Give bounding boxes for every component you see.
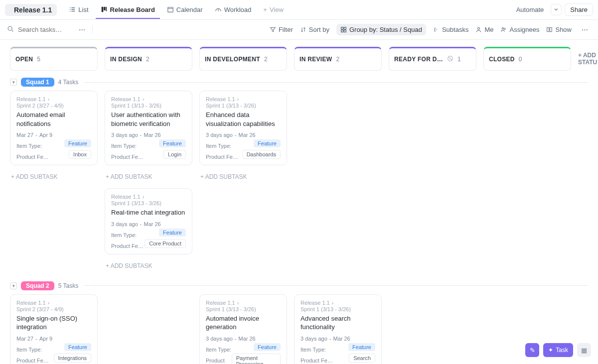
show-label: Show <box>555 26 572 33</box>
col-design[interactable]: IN DESIGN 2 <box>105 47 192 71</box>
crumb-sprint: Sprint 2 (3/27 - 4/9) <box>16 306 64 312</box>
col-dev[interactable]: IN DEVELOPMENT 2 <box>199 47 287 71</box>
product-feat-label: Product Fe… <box>111 154 144 160</box>
project-title-chip[interactable]: Release 1.1 <box>5 4 57 16</box>
add-status-button[interactable]: + ADD STATU <box>578 47 598 71</box>
item-type-label: Item Type: <box>111 232 137 238</box>
card-invoice-gen[interactable]: Release 1.1› Sprint 1 (3/13 - 3/26) Auto… <box>199 294 287 364</box>
tag-dashboards: Dashboards <box>242 150 281 159</box>
crumb-proj: Release 1.1 <box>111 96 141 102</box>
svg-point-21 <box>478 27 480 29</box>
svg-rect-12 <box>168 7 173 12</box>
svg-rect-11 <box>106 7 107 11</box>
crumb-sprint: Sprint 1 (3/13 - 3/26) <box>206 103 256 109</box>
tag-payment: Payment Processing <box>232 354 281 364</box>
col-review[interactable]: IN REVIEW 2 <box>294 47 382 71</box>
item-type-label: Item Type: <box>16 347 42 353</box>
search-kebab-icon[interactable]: ⋯ <box>79 26 85 33</box>
add-subtask-button[interactable]: ADD SUBTASK <box>105 171 192 182</box>
me-button[interactable]: Me <box>475 26 493 33</box>
tab-board[interactable]: Release Board <box>96 1 160 19</box>
columns-header: OPEN 5 IN DESIGN 2 IN DEVELOPMENT 2 IN R… <box>0 40 598 75</box>
lane-squad1-header: ▾ Squad 1 4 Tasks <box>0 75 598 91</box>
note-button[interactable]: ✎ <box>525 343 539 357</box>
add-subtask-button[interactable]: ADD SUBTASK <box>105 260 192 271</box>
show-button[interactable]: Show <box>546 26 572 33</box>
share-button[interactable]: Share <box>565 3 593 16</box>
filterbar: ⋯ Filter Sort by Group by: Status / Squa… <box>0 20 598 40</box>
svg-point-22 <box>502 27 504 29</box>
group-by-label: Group by: Status / Squad <box>349 26 422 33</box>
svg-rect-18 <box>344 27 346 29</box>
col-design-count: 2 <box>146 56 150 63</box>
card-dates: 3 days ago- Mar 26 <box>206 336 281 342</box>
automate-button[interactable]: Automate <box>510 4 548 15</box>
card-search[interactable]: Release 1.1› Sprint 1 (3/13 - 3/26) Adva… <box>294 294 382 364</box>
tag-login: Login <box>163 150 186 159</box>
col-open[interactable]: OPEN 5 <box>10 47 98 71</box>
sort-label: Sort by <box>309 26 329 33</box>
crumb-proj: Release 1.1 <box>206 300 235 306</box>
apps-button[interactable]: ▦ <box>577 343 591 357</box>
col-dev-label: IN DEVELOPMENT <box>205 56 260 63</box>
svg-point-23 <box>504 28 506 29</box>
sq2-col-design <box>105 294 192 364</box>
card-sso[interactable]: Release 1.1› Sprint 2 (3/27 - 4/9) Singl… <box>10 294 98 364</box>
tab-workload[interactable]: Workload <box>210 1 257 19</box>
svg-point-3 <box>70 7 71 8</box>
crumb: Release 1.1› Sprint 1 (3/13 - 3/26) <box>111 96 186 109</box>
new-task-button[interactable]: ✦ Task <box>543 343 573 357</box>
date-end: Apr 9 <box>39 336 52 342</box>
crumb: Release 1.1› Sprint 2 (3/27 - 4/9) <box>16 96 91 109</box>
card-chat-integration[interactable]: Release 1.1› Sprint 1 (3/13 - 3/26) Real… <box>105 188 192 254</box>
feature-pill: Feature <box>348 343 375 351</box>
tab-add-view[interactable]: + View <box>258 1 289 19</box>
card-data-viz[interactable]: Release 1.1› Sprint 1 (3/13 - 3/26) Enha… <box>199 91 287 165</box>
tab-board-label: Release Board <box>110 6 155 13</box>
card-title: Automated email notifications <box>16 111 91 128</box>
squad2-badge[interactable]: Squad 2 <box>21 281 54 290</box>
svg-rect-10 <box>104 7 106 10</box>
crumb: Release 1.1› Sprint 2 (3/27 - 4/9) <box>16 300 91 312</box>
add-status-label: + ADD STATU <box>578 52 597 66</box>
col-open-count: 5 <box>37 56 40 63</box>
card-title: Real-time chat integration <box>111 208 186 217</box>
tab-list[interactable]: List <box>64 1 93 19</box>
squad1-badge[interactable]: Squad 1 <box>21 78 54 87</box>
feature-pill: Feature <box>64 139 91 147</box>
tab-calendar[interactable]: Calendar <box>162 1 208 19</box>
col-closed[interactable]: CLOSED 0 <box>483 47 571 71</box>
lane2-collapse-icon[interactable]: ▾ <box>10 282 17 289</box>
assignees-button[interactable]: Assignees <box>500 26 539 33</box>
search-input[interactable] <box>17 25 72 34</box>
tab-view-label: View <box>270 6 284 13</box>
sq2-col-dev: Release 1.1› Sprint 1 (3/13 - 3/26) Auto… <box>199 294 287 364</box>
automate-chevron[interactable] <box>551 4 562 15</box>
crumb-sprint: Sprint 1 (3/13 - 3/26) <box>111 200 161 206</box>
col-ready[interactable]: READY FOR D… 1 <box>389 47 476 71</box>
filter-button[interactable]: Filter <box>270 26 293 33</box>
lane1-collapse-icon[interactable]: ▾ <box>10 79 17 86</box>
card-user-auth[interactable]: Release 1.1› Sprint 1 (3/13 - 3/26) User… <box>105 91 192 165</box>
card-email-notifications[interactable]: Release 1.1› Sprint 2 (3/27 - 4/9) Autom… <box>10 91 98 165</box>
add-subtask-label: ADD SUBTASK <box>111 262 152 269</box>
crumb: Release 1.1› Sprint 1 (3/13 - 3/26) <box>206 96 281 109</box>
card-dates: 3 days ago- Mar 26 <box>300 336 375 342</box>
add-subtask-label: ADD SUBTASK <box>111 173 152 180</box>
tag-core-product: Core Product <box>145 239 186 248</box>
sort-button[interactable]: Sort by <box>300 26 329 33</box>
date-start: 3 days ago <box>300 336 327 342</box>
add-subtask-button[interactable]: ADD SUBTASK <box>10 171 98 182</box>
more-icon[interactable]: ⋯ <box>579 25 591 34</box>
product-feat-label: Product Fe… <box>111 243 144 249</box>
col-ready-label: READY FOR D… <box>394 56 443 63</box>
item-type-label: Item Type: <box>300 347 326 353</box>
date-start: 3 days ago <box>206 336 233 342</box>
add-subtask-button[interactable]: ADD SUBTASK <box>199 171 287 182</box>
filter-label: Filter <box>279 26 293 33</box>
group-by-chip[interactable]: Group by: Status / Squad <box>336 24 426 35</box>
subtasks-button[interactable]: Subtasks <box>433 26 468 33</box>
svg-rect-6 <box>72 9 75 10</box>
sq2-col-review: Release 1.1› Sprint 1 (3/13 - 3/26) Adva… <box>294 294 382 364</box>
date-start: 3 days ago <box>111 221 138 227</box>
